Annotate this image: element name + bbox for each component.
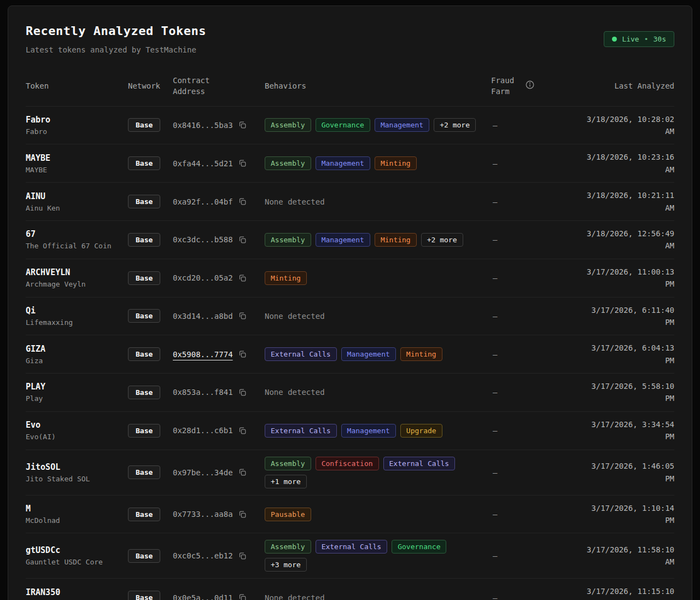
contract-address-link[interactable]: 0xc3dc...b588 — [173, 235, 233, 244]
network-cell: Base — [128, 309, 173, 323]
last-analyzed-cell: 3/17/2026, 6:11:40 PM — [570, 304, 674, 329]
copy-icon[interactable] — [238, 274, 247, 282]
last-analyzed-value: 3/17/2026, 3:34:54 PM — [580, 418, 674, 443]
token-name: MAYBE — [26, 166, 128, 174]
table-row[interactable]: AINU Ainu Ken Base 0xa92f...04bf None de… — [26, 182, 674, 220]
copy-icon[interactable] — [238, 427, 247, 435]
copy-icon[interactable] — [238, 388, 247, 397]
contract-address-link[interactable]: 0xa92f...04bf — [173, 197, 233, 206]
contract-address-link[interactable]: 0x7733...aa8a — [173, 510, 233, 519]
contract-address-link[interactable]: 0x28d1...c6b1 — [173, 426, 233, 435]
copy-icon[interactable] — [238, 312, 247, 320]
fraud-farm-value: — — [491, 273, 570, 282]
contract-address-link[interactable]: 0x97be...34de — [173, 468, 233, 477]
network-badge: Base — [128, 195, 160, 208]
last-analyzed-value: 3/17/2026, 6:11:40 PM — [580, 304, 674, 329]
page-subtitle: Latest tokens analyzed by TestMachine — [26, 45, 206, 54]
last-analyzed-cell: 3/17/2026, 5:58:10 PM — [570, 380, 674, 405]
contract-address-link[interactable]: 0x0e5a...0d11 — [173, 593, 233, 600]
column-header-contract-label: Contract Address — [173, 75, 228, 97]
table-row[interactable]: 67 The Official 67 Coin Base 0xc3dc...b5… — [26, 220, 674, 259]
last-analyzed-value: 3/18/2026, 10:23:16 AM — [580, 151, 674, 176]
column-header-fraud-farm: Fraud Farm — [491, 75, 570, 97]
network-cell: Base — [128, 424, 173, 438]
column-header-last-analyzed: Last Analyzed — [570, 80, 674, 91]
table-row[interactable]: M McDolnad Base 0x7733...aa8a Pausable —… — [26, 495, 674, 533]
info-icon[interactable] — [525, 80, 556, 92]
token-name: Evo(AI) — [26, 433, 128, 441]
more-behaviors-badge[interactable]: +2 more — [434, 118, 476, 132]
network-badge: Base — [128, 156, 160, 170]
contract-cell: 0x853a...f841 — [173, 388, 265, 397]
token-cell: IRAN350 IRAN350 — [26, 587, 128, 600]
copy-icon[interactable] — [238, 552, 247, 560]
token-name: McDolnad — [26, 516, 128, 525]
live-dot-icon — [612, 37, 617, 42]
more-behaviors-badge[interactable]: +3 more — [265, 558, 307, 572]
fraud-farm-value: — — [491, 388, 570, 397]
network-badge: Base — [128, 549, 160, 563]
network-cell: Base — [128, 347, 173, 361]
network-cell: Base — [128, 591, 173, 600]
network-cell: Base — [128, 508, 173, 521]
column-header-behaviors: Behaviors — [265, 80, 491, 91]
token-symbol: M — [26, 504, 128, 514]
last-analyzed-value: 3/18/2026, 10:28:02 AM — [580, 113, 674, 138]
contract-cell: 0xc0c5...eb12 — [173, 551, 265, 560]
table-row[interactable]: PLAY Play Base 0x853a...f841 None detect… — [26, 373, 674, 411]
network-cell: Base — [128, 233, 173, 247]
network-badge: Base — [128, 118, 160, 132]
behaviors-cell: External CallsManagementUpgrade — [265, 424, 491, 438]
behaviors-cell: None detected — [265, 388, 491, 397]
table-row[interactable]: gtUSDCc Gauntlet USDC Core Base 0xc0c5..… — [26, 533, 674, 578]
table-row[interactable]: Evo Evo(AI) Base 0x28d1...c6b1 External … — [26, 411, 674, 450]
table-row[interactable]: Qi Lifemaxxing Base 0x3d14...a8bd None d… — [26, 297, 674, 335]
copy-icon[interactable] — [238, 510, 247, 519]
network-badge: Base — [128, 309, 160, 323]
table-row[interactable]: MAYBE MAYBE Base 0xfa44...5d21 AssemblyM… — [26, 144, 674, 182]
behavior-badge-assembly: Assembly — [265, 156, 311, 170]
contract-cell: 0xfa44...5d21 — [173, 159, 265, 168]
table-row[interactable]: JitoSOL Jito Staked SOL Base 0x97be...34… — [26, 450, 674, 495]
token-name: Archmage Veyln — [26, 280, 128, 288]
last-analyzed-value: 3/17/2026, 11:00:13 PM — [580, 266, 674, 290]
copy-icon[interactable] — [238, 350, 247, 358]
table-row[interactable]: Fabro Fabro Base 0x8416...5ba3 AssemblyG… — [26, 107, 674, 144]
copy-icon[interactable] — [238, 468, 247, 476]
fraud-farm-value: — — [491, 312, 570, 321]
contract-address-link[interactable]: 0x8416...5ba3 — [173, 121, 233, 130]
contract-cell: 0x5908...7774 — [173, 350, 265, 359]
copy-icon[interactable] — [238, 159, 247, 167]
table-row[interactable]: ARCHVEYLN Archmage Veyln Base 0xcd20...0… — [26, 259, 674, 297]
contract-address-link[interactable]: 0xc0c5...eb12 — [173, 551, 233, 560]
copy-icon[interactable] — [238, 593, 247, 600]
behaviors-cell: Minting — [265, 271, 491, 285]
token-symbol: Qi — [26, 306, 128, 316]
copy-icon[interactable] — [238, 236, 247, 244]
contract-cell: 0x0e5a...0d11 — [173, 593, 265, 600]
last-analyzed-cell: 3/18/2026, 12:56:49 AM — [570, 228, 674, 252]
contract-address-link[interactable]: 0x853a...f841 — [173, 388, 233, 397]
contract-address-link[interactable]: 0x3d14...a8bd — [173, 312, 233, 321]
last-analyzed-cell: 3/17/2026, 1:46:05 PM — [570, 460, 674, 485]
live-separator: • — [644, 35, 649, 43]
fraud-farm-value: — — [491, 197, 570, 206]
fraud-farm-value: — — [491, 510, 570, 519]
fraud-farm-value: — — [491, 235, 570, 244]
behavior-badge-management: Management — [316, 156, 370, 170]
table-row[interactable]: IRAN350 IRAN350 Base 0x0e5a...0d11 None … — [26, 578, 674, 600]
table-row[interactable]: GIZA Giza Base 0x5908...7774 External Ca… — [26, 335, 674, 373]
contract-address-link[interactable]: 0x5908...7774 — [173, 350, 233, 359]
copy-icon[interactable] — [238, 197, 247, 206]
live-status-badge[interactable]: Live • 30s — [604, 31, 674, 47]
copy-icon[interactable] — [238, 121, 247, 129]
behavior-badge-management: Management — [316, 233, 370, 247]
behaviors-cell: None detected — [265, 312, 491, 321]
behavior-badge-confiscation: Confiscation — [316, 457, 379, 470]
more-behaviors-badge[interactable]: +1 more — [265, 475, 307, 488]
contract-address-link[interactable]: 0xcd20...05a2 — [173, 273, 233, 282]
behavior-badge-minting: Minting — [265, 271, 307, 285]
token-symbol: IRAN350 — [26, 587, 128, 597]
more-behaviors-badge[interactable]: +2 more — [421, 233, 463, 247]
contract-address-link[interactable]: 0xfa44...5d21 — [173, 159, 233, 168]
